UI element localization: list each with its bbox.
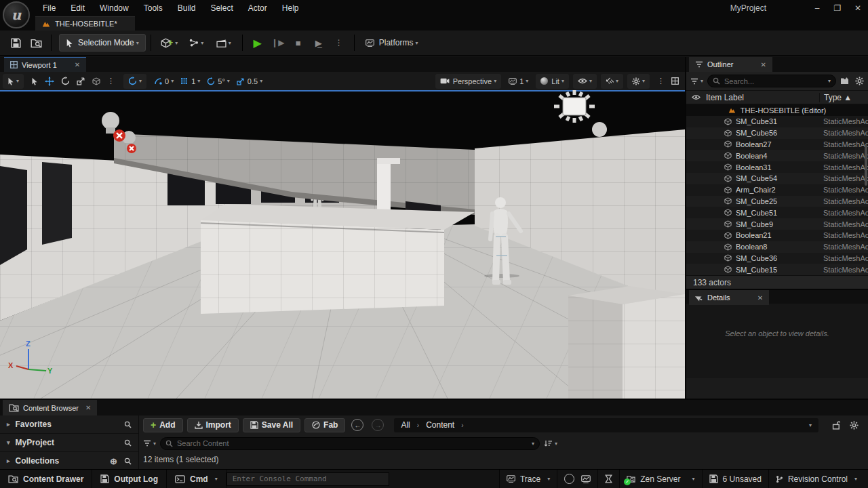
viewport-3d-scene[interactable]: Z X Y	[0, 90, 685, 399]
sidebar-item-myproject[interactable]: ▾MyProject	[0, 434, 138, 452]
path-dropdown-icon[interactable]: ▾	[809, 422, 812, 428]
search-icon[interactable]	[124, 458, 132, 465]
menu-item[interactable]: File	[35, 1, 63, 16]
sphere-sprite[interactable]	[592, 122, 607, 137]
menu-item[interactable]: Actor	[241, 1, 275, 16]
cinematics-dropdown[interactable]: ▾	[210, 34, 237, 52]
blueprints-dropdown[interactable]: ▾	[183, 34, 210, 52]
stats-icon[interactable]	[581, 475, 591, 483]
cmd-dropdown[interactable]: Cmd▾	[167, 470, 226, 488]
details-tab-close-icon[interactable]: ✕	[757, 294, 763, 302]
content-browser-close-icon[interactable]: ✕	[85, 404, 91, 411]
outliner-tab[interactable]: Outliner ✕	[689, 57, 772, 72]
column-item-label[interactable]: Item Label	[706, 93, 819, 102]
restore-button[interactable]: ❐	[827, 1, 848, 16]
outliner-row[interactable]: SM_Cube36 StaticMeshActor	[686, 253, 868, 264]
show-flags-dropdown[interactable]: ▾	[574, 74, 595, 89]
viewport-dots-menu[interactable]: ⋮	[654, 74, 668, 89]
sidebar-item-favorites[interactable]: ▸Favorites	[0, 415, 138, 434]
search-icon[interactable]	[124, 439, 132, 447]
minimize-button[interactable]: –	[807, 1, 827, 16]
outliner-row[interactable]: Arm_Chair2 StaticMeshActor	[686, 184, 868, 196]
play-options-dots[interactable]: ⋮	[329, 34, 349, 52]
platforms-dropdown[interactable]: Platforms ▾	[359, 34, 424, 52]
save-current-level-button[interactable]	[5, 34, 26, 52]
outliner-row[interactable]: SM_Cube51 StaticMeshActor	[686, 207, 868, 218]
sort-view-icon[interactable]	[544, 440, 553, 447]
scale-snap-dropdown[interactable]: 0.5▾	[233, 74, 266, 89]
scale-tool-button[interactable]	[73, 74, 89, 89]
selection-mode-dropdown[interactable]: Selection Mode ▾	[59, 34, 146, 52]
menu-item[interactable]: Build	[170, 1, 203, 16]
content-filter-icon[interactable]	[143, 440, 151, 447]
column-type[interactable]: Type ▲	[819, 93, 868, 102]
menu-item[interactable]: Edit	[63, 1, 92, 16]
eject-button[interactable]: ▶̲	[309, 34, 329, 52]
breadcrumb-all[interactable]: All	[401, 420, 410, 430]
fab-button[interactable]: Fab	[304, 418, 345, 432]
surface-snap-dropdown[interactable]: 0▾	[151, 74, 177, 89]
content-browser-tab[interactable]: Content Browser ✕	[3, 400, 97, 415]
menu-item[interactable]: Window	[92, 1, 136, 16]
outliner-filter-icon[interactable]	[690, 78, 698, 85]
outliner-row[interactable]: SM_Cube31 StaticMeshActor	[686, 116, 868, 127]
outliner-row[interactable]: SM_Cube54 StaticMeshActor	[686, 173, 868, 184]
zen-server-dropdown[interactable]: ✓ Zen Server▾	[619, 470, 701, 488]
outliner-tab-close-icon[interactable]: ✕	[761, 61, 766, 68]
add-actor-dropdown[interactable]: +▾	[156, 34, 183, 52]
world-local-toggle[interactable]: ▾	[125, 74, 145, 89]
viewport-tab[interactable]: Viewport 1 ✕	[4, 57, 86, 72]
transform-options-dots[interactable]: ⋮	[104, 74, 118, 89]
lock-icon[interactable]	[832, 421, 840, 430]
import-button[interactable]: Import	[187, 418, 239, 432]
visibility-column-icon[interactable]	[692, 94, 701, 100]
outliner-row[interactable]: Boolean27 StaticMeshActor	[686, 139, 868, 150]
viewport-settings-dropdown[interactable]: ▾	[629, 74, 648, 89]
menu-item[interactable]: Tools	[136, 1, 170, 16]
outliner-row[interactable]: Boolean4 StaticMeshActor	[686, 150, 868, 161]
revision-control-dropdown[interactable]: Revision Control▾	[768, 470, 868, 488]
rotation-snap-dropdown[interactable]: 5°▾	[203, 74, 233, 89]
outliner-row[interactable]: Boolean31 StaticMeshActor	[686, 161, 868, 173]
viewport-tab-close-icon[interactable]: ✕	[75, 61, 80, 68]
details-tab[interactable]: Details ✕	[689, 290, 769, 305]
outliner-settings-icon[interactable]	[855, 77, 864, 85]
outliner-row[interactable]: SM_Cube56 StaticMeshActor	[686, 127, 868, 139]
content-drawer-button[interactable]: Content Drawer	[0, 470, 92, 488]
content-settings-icon[interactable]	[850, 421, 859, 430]
hourglass-icon[interactable]	[605, 474, 612, 483]
screen-percentage-dropdown[interactable]: 1▾	[505, 74, 532, 89]
insights-icon[interactable]	[564, 474, 574, 484]
outliner-row[interactable]: Boolean8 StaticMeshActor	[686, 241, 868, 253]
close-button[interactable]: ✕	[848, 1, 868, 16]
content-browser-button[interactable]	[26, 34, 46, 52]
move-tool-button[interactable]	[41, 74, 58, 89]
menu-item[interactable]: Help	[275, 1, 307, 16]
perspective-dropdown[interactable]: Perspective▾	[437, 74, 500, 89]
search-icon[interactable]	[124, 421, 132, 428]
output-log-button[interactable]: Output Log	[92, 470, 167, 488]
outliner-search-input[interactable]: Search... ▾	[707, 75, 836, 87]
grid-snap-dropdown[interactable]: 1▾	[177, 74, 203, 89]
outliner-row[interactable]: SM_Cube9 StaticMeshActor	[686, 218, 868, 230]
new-folder-icon[interactable]	[840, 77, 849, 85]
transform-mode-dropdown[interactable]: ▾	[4, 74, 22, 89]
rotate-tool-button[interactable]	[58, 74, 73, 89]
menu-item[interactable]: Select	[203, 1, 240, 16]
outliner-root-row[interactable]: THE-HOSEBITLE (Editor)	[686, 104, 868, 116]
view-options-dropdown[interactable]: ▾	[602, 74, 622, 89]
forward-button[interactable]: →	[372, 419, 384, 431]
play-button[interactable]: ▶	[248, 34, 268, 52]
unreal-logo-icon[interactable]: u	[3, 1, 30, 28]
pilot-actor-button[interactable]	[89, 74, 104, 89]
view-mode-dropdown[interactable]: Lit▾	[537, 74, 568, 89]
content-search-input[interactable]: Search Content ▾	[160, 437, 540, 450]
sidebar-item-collections[interactable]: ▸Collections ⊕	[0, 452, 138, 470]
add-button[interactable]: +Add	[143, 418, 183, 432]
unsaved-button[interactable]: 6 Unsaved	[702, 470, 768, 488]
save-all-button[interactable]: Save All	[243, 418, 300, 432]
outliner-scrollbar[interactable]	[865, 145, 867, 186]
back-button[interactable]: ←	[351, 419, 363, 431]
select-tool-button[interactable]	[28, 74, 41, 89]
add-collection-icon[interactable]: ⊕	[110, 456, 117, 466]
